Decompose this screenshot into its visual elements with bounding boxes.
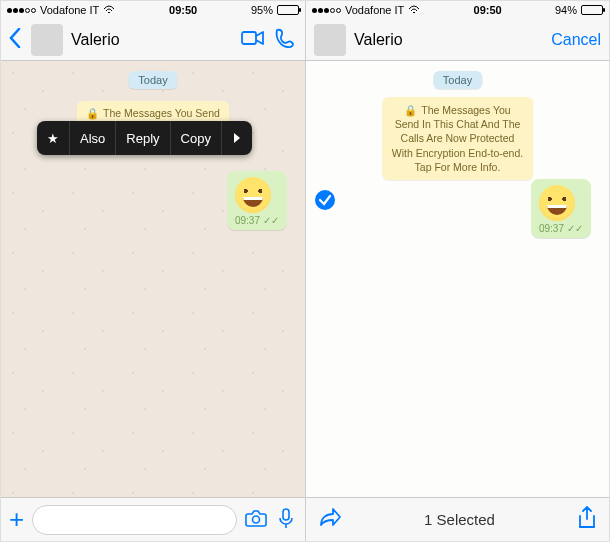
selection-toolbar: 1 Selected [306,497,609,541]
avatar[interactable] [31,24,63,56]
chat-header: Valerio [1,19,305,61]
message-bubble[interactable]: 09:37 ✓✓ [227,171,287,230]
message-bubble[interactable]: 09:37 ✓✓ [531,179,591,238]
contact-name[interactable]: Valerio [354,31,543,49]
context-copy-button[interactable]: Copy [171,121,222,155]
battery-percent: 94% [555,4,577,16]
message-time: 09:37 [539,223,564,234]
selection-check[interactable] [314,189,336,211]
cancel-button[interactable]: Cancel [551,31,601,49]
status-bar: Vodafone IT 09:50 95% [1,1,305,19]
grinning-face-emoji [539,185,575,221]
chat-screen-normal: Vodafone IT 09:50 95% Valerio Today 🔒The… [1,1,305,541]
message-input[interactable] [32,505,237,535]
context-menu: ★ Also Reply Copy [37,121,252,155]
encryption-banner[interactable]: 🔒The Messages You Send In This Chat And … [382,97,534,180]
svg-rect-0 [242,32,256,44]
message-time: 09:37 [235,215,260,226]
context-reply-button[interactable]: Reply [116,121,170,155]
status-bar: Vodafone IT 09:50 94% [306,1,609,19]
lock-icon: 🔒 [86,107,99,119]
read-ticks-icon: ✓✓ [567,223,583,234]
battery-percent: 95% [251,4,273,16]
chat-header: Valerio Cancel [306,19,609,61]
carrier-label: Vodafone IT [40,4,99,16]
battery-icon [277,5,299,15]
attach-button[interactable]: + [9,504,24,535]
wifi-icon [408,5,420,15]
contact-name[interactable]: Valerio [71,31,233,49]
svg-point-3 [315,190,335,210]
date-pill: Today [433,71,482,89]
context-more-button[interactable] [222,121,252,155]
carrier-label: Vodafone IT [345,4,404,16]
context-also-button[interactable]: Also [70,121,116,155]
video-call-button[interactable] [241,27,265,53]
battery-icon [581,5,603,15]
context-star-button[interactable]: ★ [37,121,70,155]
signal-dots-icon [312,8,341,13]
lock-icon: 🔒 [404,104,417,116]
grinning-face-emoji [235,177,271,213]
chat-body: Today 🔒The Messages You Send In This Cha… [1,61,305,497]
clock-label: 09:50 [115,4,251,16]
chat-body: Today 🔒The Messages You Send In This Cha… [306,61,609,497]
chat-screen-selection: Vodafone IT 09:50 94% Valerio Cancel Tod… [305,1,609,541]
share-button[interactable] [577,506,597,534]
read-ticks-icon: ✓✓ [263,215,279,226]
forward-button[interactable] [318,508,342,532]
mic-button[interactable] [275,507,297,533]
camera-button[interactable] [245,507,267,533]
signal-dots-icon [7,8,36,13]
svg-point-1 [253,516,260,523]
chat-input-bar: + [1,497,305,541]
date-pill: Today [128,71,177,89]
voice-call-button[interactable] [273,27,297,53]
avatar[interactable] [314,24,346,56]
selection-count: 1 Selected [342,511,577,528]
clock-label: 09:50 [420,4,555,16]
wifi-icon [103,5,115,15]
svg-rect-2 [283,509,289,520]
back-button[interactable] [9,28,23,52]
